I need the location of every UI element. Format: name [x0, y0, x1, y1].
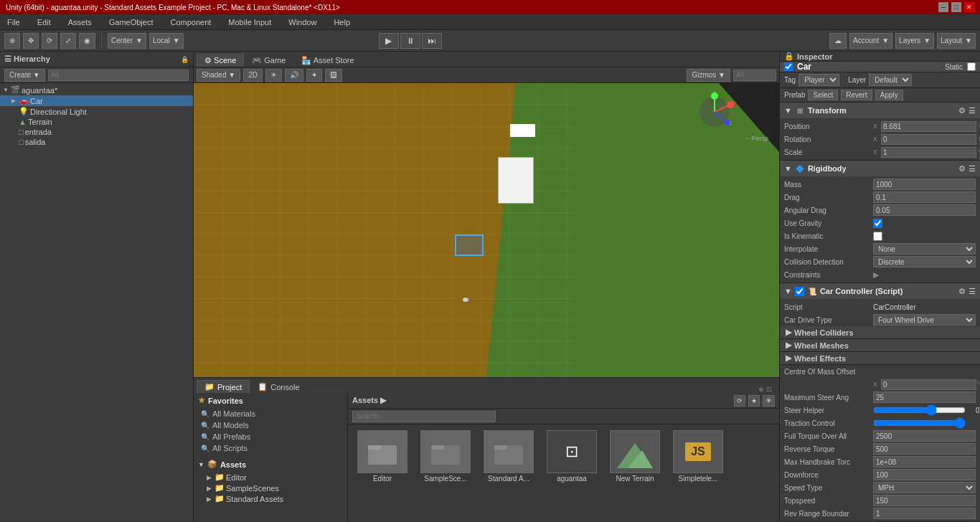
rot-x-input[interactable]: [881, 134, 976, 145]
close-button[interactable]: ✕: [964, 2, 974, 12]
wheel-meshes-section[interactable]: ▶ Wheel Meshes: [780, 339, 980, 352]
assets-eye-btn[interactable]: 👁: [763, 395, 775, 407]
menu-window[interactable]: Window: [284, 16, 321, 28]
menu-help[interactable]: Help: [329, 16, 354, 28]
asset-new-terrain[interactable]: New Terrain: [606, 430, 664, 483]
tool-hand[interactable]: ⊕: [4, 33, 20, 49]
pause-button[interactable]: ⏸: [400, 33, 420, 49]
tree-editor[interactable]: ▶ 📁 Editor: [198, 472, 343, 483]
speed-type-dropdown[interactable]: MPH: [873, 482, 976, 493]
hier-item-car[interactable]: ▶ 🚗 Car: [0, 95, 193, 106]
scale-x-input[interactable]: [881, 147, 976, 158]
assets-star-btn[interactable]: ★: [748, 395, 760, 407]
steer-helper-slider[interactable]: [873, 406, 966, 414]
full-torque-input[interactable]: [873, 430, 976, 442]
wheel-colliders-section[interactable]: ▶ Wheel Colliders: [780, 326, 980, 339]
asset-standardassets[interactable]: Standard A...: [480, 430, 537, 483]
car-controller-enabled-checkbox[interactable]: [795, 287, 804, 296]
hier-item-salida[interactable]: □ salida: [0, 137, 193, 147]
tool-scale[interactable]: ⤢: [60, 33, 76, 49]
menu-mobile-input[interactable]: Mobile Input: [224, 16, 275, 28]
pos-x-input[interactable]: [881, 121, 976, 132]
tool-move[interactable]: ✥: [23, 33, 39, 49]
scene-viewport[interactable]: Y X Z ←Persp: [194, 83, 779, 377]
fx-toggle[interactable]: ✦: [306, 69, 322, 82]
fav-all-scripts[interactable]: 🔍 All Scripts: [198, 442, 343, 454]
asset-samplescenes[interactable]: SampleSce...: [417, 430, 474, 483]
angular-drag-input[interactable]: [873, 204, 976, 216]
tool-rect[interactable]: ◉: [79, 33, 95, 49]
gizmos-dropdown[interactable]: Gizmos ▼: [687, 69, 730, 82]
scene-layer-dropdown[interactable]: 🖼: [325, 69, 342, 82]
revert-prefab-btn[interactable]: Revert: [841, 90, 872, 100]
tab-console[interactable]: 📋 Console: [250, 380, 307, 393]
asset-editor[interactable]: Editor: [354, 430, 411, 483]
lighting-toggle[interactable]: ☀: [265, 69, 282, 82]
reverse-torque-input[interactable]: [873, 443, 976, 455]
traction-slider[interactable]: [873, 419, 966, 427]
centre-x-input[interactable]: [881, 379, 976, 390]
rev-range-input[interactable]: [873, 508, 976, 519]
select-prefab-btn[interactable]: Select: [808, 90, 838, 100]
hierarchy-create-btn[interactable]: Create ▼: [4, 69, 45, 82]
hierarchy-search-input[interactable]: [48, 70, 189, 81]
tab-asset-store[interactable]: 🏪 Asset Store: [293, 54, 362, 67]
interpolate-dropdown[interactable]: None: [873, 243, 976, 255]
scene-search-input[interactable]: [733, 70, 776, 81]
rigidbody-header[interactable]: ▼ 🔷 Rigidbody ⚙ ☰: [780, 161, 980, 176]
asset-aguantaa[interactable]: ⊡ aguantaa: [543, 430, 600, 483]
max-handbrake-input[interactable]: [873, 456, 976, 468]
downforce-input[interactable]: [873, 469, 976, 480]
car-drive-dropdown[interactable]: Four Wheel Drive: [873, 314, 976, 326]
shading-dropdown[interactable]: Shaded ▼: [197, 69, 240, 82]
static-checkbox[interactable]: [967, 62, 976, 71]
tag-dropdown[interactable]: Player: [798, 74, 839, 86]
menu-assets[interactable]: Assets: [64, 16, 96, 28]
step-button[interactable]: ⏭: [422, 33, 442, 49]
assets-sync-btn[interactable]: ⟳: [734, 395, 745, 407]
menu-file[interactable]: File: [3, 16, 24, 28]
drag-input[interactable]: [873, 191, 976, 203]
tree-samplescenes[interactable]: ▶ 📁 SampleScenes: [198, 483, 343, 493]
hier-item-aguantaa[interactable]: ▼ 🎬 aguantaa*: [0, 85, 193, 95]
menu-gameobject[interactable]: GameObject: [105, 16, 158, 28]
object-active-checkbox[interactable]: [784, 62, 793, 71]
tab-scene[interactable]: ⚙ Scene: [197, 54, 244, 67]
layout-dropdown[interactable]: Layout ▼: [937, 33, 976, 49]
asset-simpletele[interactable]: JS Simpletele...: [669, 430, 727, 483]
is-kinematic-checkbox[interactable]: [873, 232, 882, 241]
account-dropdown[interactable]: Account ▼: [849, 33, 892, 49]
hier-item-dirlight[interactable]: 💡 Directional Light: [0, 106, 193, 117]
wheel-effects-section[interactable]: ▶ Wheel Effects: [780, 352, 980, 365]
local-dropdown[interactable]: Local ▼: [149, 33, 184, 49]
tool-rotate[interactable]: ⟳: [42, 33, 57, 49]
cloud-button[interactable]: ☁: [829, 33, 847, 49]
maximize-button[interactable]: □: [951, 2, 961, 12]
hier-item-terrain[interactable]: ▲ Terrain: [0, 117, 193, 127]
max-steer-input[interactable]: [873, 392, 976, 403]
layers-dropdown[interactable]: Layers ▼: [895, 33, 934, 49]
center-dropdown[interactable]: Center ▼: [108, 33, 146, 49]
assets-search-input[interactable]: [352, 411, 496, 422]
car-controller-header[interactable]: ▼ 📜 Car Controller (Script) ⚙ ☰: [780, 283, 980, 299]
topspeed-input[interactable]: [873, 495, 976, 506]
play-button[interactable]: ▶: [379, 33, 399, 49]
fav-all-materials[interactable]: 🔍 All Materials: [198, 408, 343, 419]
apply-prefab-btn[interactable]: Apply: [875, 90, 903, 100]
fav-all-prefabs[interactable]: 🔍 All Prefabs: [198, 431, 343, 442]
minimize-button[interactable]: ─: [938, 2, 948, 12]
use-gravity-checkbox[interactable]: [873, 219, 882, 228]
tab-game[interactable]: 🎮 Game: [244, 54, 293, 67]
collision-dropdown[interactable]: Discrete: [873, 256, 976, 267]
transform-header[interactable]: ▼ ⊞ Transform ⚙ ☰: [780, 103, 980, 118]
audio-toggle[interactable]: 🔊: [285, 69, 303, 82]
hier-item-entrada[interactable]: □ entrada: [0, 127, 193, 137]
tab-project[interactable]: 📁 Project: [197, 380, 250, 393]
layer-dropdown[interactable]: Default: [869, 74, 912, 86]
tree-standardassets[interactable]: ▶ 📁 Standard Assets: [198, 493, 343, 504]
fav-all-models[interactable]: 🔍 All Models: [198, 419, 343, 431]
mass-input[interactable]: [873, 179, 976, 190]
2d-toggle[interactable]: 2D: [243, 69, 263, 82]
menu-component[interactable]: Component: [166, 16, 215, 28]
menu-edit[interactable]: Edit: [33, 16, 55, 28]
